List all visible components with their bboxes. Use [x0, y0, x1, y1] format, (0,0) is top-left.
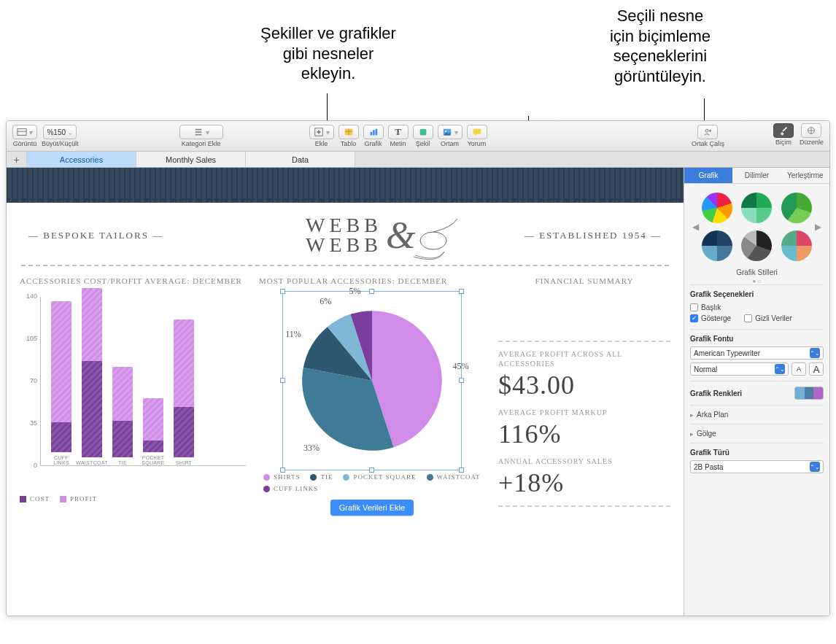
- callout-format-options: Seçili nesneiçin biçimlemeseçeneklerinig…: [576, 6, 744, 86]
- zoom-select[interactable]: %150 ⌄: [43, 125, 77, 139]
- hidden-data-checkbox[interactable]: Gizli Veriler: [744, 314, 792, 322]
- chart-style-grid: [701, 188, 813, 265]
- chart-style-prev[interactable]: ◀: [690, 222, 701, 232]
- pie-slice-label: 45%: [452, 361, 468, 372]
- add-sheet-button[interactable]: +: [7, 152, 27, 167]
- sheet-tab-data[interactable]: Data: [246, 152, 355, 167]
- add-category-button[interactable]: ▾: [179, 125, 223, 139]
- table-button[interactable]: [338, 125, 359, 139]
- chevron-updown-icon: ⌃⌄: [810, 348, 820, 358]
- text-button[interactable]: T: [388, 125, 409, 139]
- canvas[interactable]: — BESPOKE TAILORS — WEBB WEBB & — ESTABL…: [7, 168, 684, 616]
- person-add-icon: [703, 127, 713, 137]
- edit-chart-data-button[interactable]: Grafik Verileri Ekle: [330, 500, 414, 516]
- chevron-down-icon: ▾: [29, 128, 33, 136]
- shadow-label: Gölge: [697, 430, 716, 438]
- pie-chart-selected[interactable]: 45%33%11%6%5%: [288, 297, 456, 465]
- media-button[interactable]: ▾: [438, 125, 462, 139]
- chart-style-option[interactable]: [781, 230, 812, 261]
- chart-style-option[interactable]: [741, 193, 772, 223]
- ampersand-needle-icon: &: [371, 212, 459, 270]
- resize-handle[interactable]: [280, 468, 285, 473]
- bar-category-label: TIE: [118, 460, 127, 465]
- chevron-down-icon: ▾: [326, 128, 330, 136]
- font-weight-select[interactable]: Normal ⌃⌄: [690, 362, 789, 376]
- legend-checkbox-label: Gösterge: [701, 314, 731, 322]
- collaborate-button[interactable]: [697, 125, 718, 139]
- table-label: Tablo: [341, 140, 357, 147]
- view-button[interactable]: ▾: [12, 125, 37, 139]
- bar-category-label: WAISTCOAT: [76, 460, 108, 465]
- insert-button[interactable]: ▾: [309, 125, 334, 139]
- font-size-increase[interactable]: A: [809, 362, 824, 376]
- shadow-disclosure[interactable]: Gölge: [690, 430, 824, 438]
- format-button[interactable]: [773, 123, 794, 138]
- sheet-tab-monthly-sales[interactable]: Monthly Sales: [136, 152, 246, 167]
- dashed-divider: [498, 505, 670, 507]
- inspector-tab-wedges[interactable]: Dilimler: [732, 168, 781, 183]
- inspector-tab-arrange[interactable]: Yerleştirme: [781, 168, 829, 183]
- paintbrush-icon: [778, 125, 789, 136]
- resize-handle[interactable]: [369, 468, 374, 473]
- svg-rect-17: [473, 129, 481, 134]
- format-label: Biçim: [775, 139, 792, 146]
- pie-legend-pocket: POCKET SQUARE: [353, 473, 416, 481]
- plus-box-icon: [314, 127, 324, 137]
- callout-line: [327, 93, 328, 121]
- resize-handle[interactable]: [459, 378, 464, 383]
- chart-label: Grafik: [365, 140, 382, 147]
- pie-slice-label: 6%: [320, 296, 331, 307]
- media-icon: [442, 127, 452, 137]
- legend-checkbox[interactable]: Gösterge: [690, 314, 731, 322]
- comment-button[interactable]: [467, 125, 487, 139]
- pie-chart-title: MOST POPULAR ACCESSORIES: DECEMBER: [259, 276, 485, 285]
- fin-value-annual: +18%: [498, 468, 670, 498]
- shape-button[interactable]: [413, 125, 433, 139]
- svg-line-21: [783, 128, 786, 131]
- pie-legend-cuff: CUFF LINKS: [274, 485, 318, 492]
- chart-style-option[interactable]: [702, 230, 732, 261]
- callout-insert-objects: Şekiller ve grafiklergibi nesnelerekleyi…: [219, 23, 438, 84]
- pie-slice-label: 11%: [285, 329, 301, 340]
- resize-handle[interactable]: [280, 378, 285, 383]
- bar-category-label: SHIRT: [176, 460, 192, 465]
- resize-handle[interactable]: [459, 468, 464, 473]
- resize-handle[interactable]: [280, 289, 285, 294]
- bar-column: WAISTCOAT: [79, 288, 105, 465]
- resize-handle[interactable]: [459, 289, 464, 294]
- chart-style-option[interactable]: [781, 193, 812, 223]
- denim-header-pattern: [7, 168, 684, 203]
- pie-legend: SHIRTS TIE POCKET SQUARE WAISTCOAT CUFF …: [259, 473, 485, 492]
- bar-chart[interactable]: 03570105140 CUFF LINKSWAISTCOATTIEPOCKET…: [20, 297, 246, 486]
- established-label: — ESTABLISHED 1954 —: [525, 230, 662, 241]
- background-disclosure[interactable]: Arka Plan: [690, 411, 824, 419]
- inspector-tab-chart[interactable]: Grafik: [684, 168, 732, 183]
- chart-colors-button[interactable]: [794, 387, 824, 400]
- insert-label: Ekle: [315, 140, 328, 147]
- fin-label-markup: AVERAGE PROFIT MARKUP: [498, 408, 670, 417]
- chart-button[interactable]: [363, 125, 384, 139]
- organize-icon: [806, 125, 816, 136]
- resize-handle[interactable]: [369, 289, 374, 294]
- chart-type-select[interactable]: 2B Pasta ⌃⌄: [690, 460, 824, 473]
- bar-category-label: POCKET SQUARE: [140, 455, 166, 465]
- toolbar: ▾ Görüntü %150 ⌄ Büyüt/Küçült ▾ Kategori…: [7, 121, 829, 152]
- add-category-label: Kategori Ekle: [182, 140, 221, 147]
- font-size-decrease[interactable]: A: [792, 362, 806, 376]
- format-inspector: Grafik Dilimler Yerleştirme ◀: [684, 168, 829, 616]
- bar-category-label: CUFF LINKS: [48, 455, 74, 465]
- bar-axis-tick: 105: [20, 335, 37, 342]
- chart-style-option[interactable]: [741, 230, 772, 261]
- sheet-tab-accessories[interactable]: Accessories: [27, 152, 136, 167]
- chart-style-next[interactable]: ▶: [813, 222, 824, 232]
- svg-rect-12: [373, 130, 375, 135]
- media-label: Ortam: [441, 140, 459, 147]
- font-family-select[interactable]: American Typewriter ⌃⌄: [690, 346, 824, 360]
- chevron-down-icon: ⌄: [67, 128, 73, 136]
- organize-button[interactable]: [801, 123, 821, 138]
- title-checkbox[interactable]: Başlık: [690, 303, 721, 311]
- bar-axis-tick: 140: [20, 292, 37, 300]
- pie-legend-shirts: SHIRTS: [274, 473, 300, 481]
- chart-style-option[interactable]: [702, 193, 732, 223]
- table-icon: [344, 127, 354, 137]
